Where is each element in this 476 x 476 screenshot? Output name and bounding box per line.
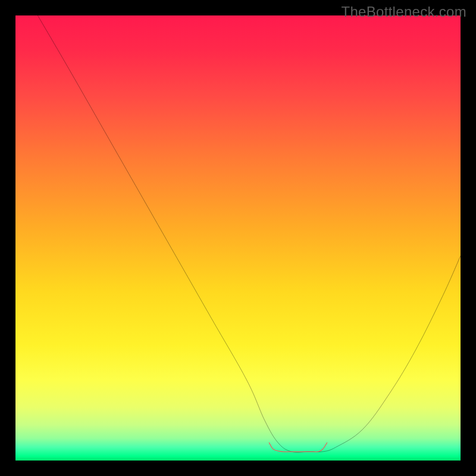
plot-area [15,15,461,461]
watermark-text: TheBottleneck.com [341,4,466,20]
bottleneck-curve [37,15,461,452]
chart-container: TheBottleneck.com [0,0,476,476]
valley-marker [269,443,327,452]
chart-svg [15,15,461,461]
